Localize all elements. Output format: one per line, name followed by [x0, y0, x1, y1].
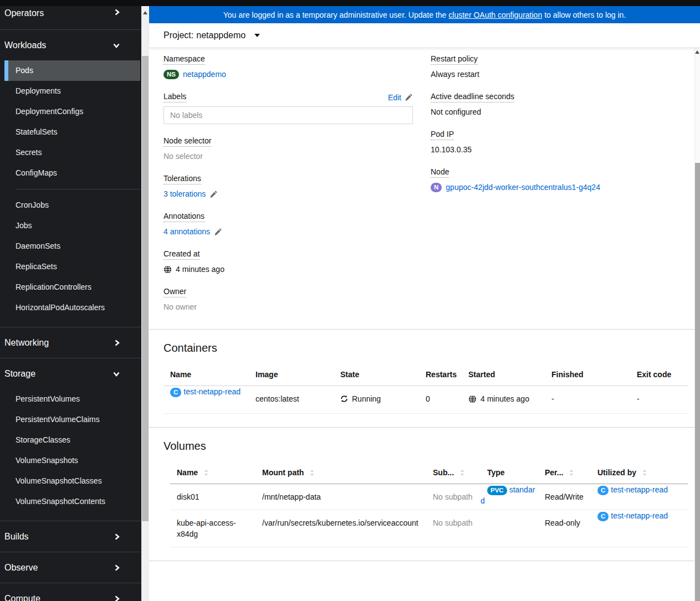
details-right-column: Restart policy Always restart Active dea… — [431, 54, 680, 325]
col-header-mount-path[interactable]: Mount path — [256, 460, 426, 484]
chevron-right-icon — [114, 564, 120, 572]
pencil-icon — [210, 190, 218, 198]
sidebar-item-persistentvolumeclaims[interactable]: PersistentVolumeClaims — [0, 409, 141, 430]
volumes-table: Name Mount path Sub... Type Per... Utili… — [170, 460, 688, 547]
detail-label: Node selector — [163, 136, 211, 147]
container-exit-code-cell: - — [630, 386, 688, 414]
volume-subpath-cell: No subpath — [426, 484, 481, 510]
sidebar-item-replicasets[interactable]: ReplicaSets — [0, 256, 141, 277]
sidebar-item-volumesnapshots[interactable]: VolumeSnapshots — [0, 450, 141, 471]
col-header-restarts: Restarts — [419, 362, 462, 386]
created-at-value: 4 minutes ago — [176, 264, 224, 275]
namespace-link[interactable]: netappdemo — [183, 69, 226, 80]
annotations-edit-link[interactable]: 4 annotations — [163, 226, 222, 237]
volume-mount-path-cell: /var/run/secrets/kubernetes.io/serviceac… — [256, 510, 426, 547]
sidebar-scrollbar-thumb[interactable] — [142, 56, 149, 521]
scrollbar-up-arrow-icon[interactable] — [143, 11, 147, 14]
scrollbar-up-arrow-icon[interactable] — [695, 50, 699, 54]
main-scrollbar-thumb[interactable] — [695, 163, 700, 601]
detail-label: Tolerations — [163, 174, 201, 184]
detail-annotations: Annotations 4 annotations — [163, 212, 413, 237]
container-badge-icon: C — [170, 388, 181, 397]
sidebar-item-cronjobs[interactable]: CronJobs — [0, 195, 141, 215]
volume-name-cell: kube-api-access-x84dg — [170, 510, 256, 547]
sidebar-item-storage[interactable]: Storage — [0, 358, 141, 389]
sidebar-group-builds: Builds — [0, 521, 141, 552]
sidebar-item-volumesnapshotcontents[interactable]: VolumeSnapshotContents — [0, 491, 141, 512]
next-section-divider — [149, 561, 694, 571]
tolerations-edit-link[interactable]: 3 tolerations — [163, 188, 218, 199]
sidebar-item-replicationcontrollers[interactable]: ReplicationControllers — [0, 277, 141, 297]
project-value: netappdemo — [196, 30, 246, 40]
sidebar-item-deploymentconfigs[interactable]: DeploymentConfigs — [0, 101, 141, 122]
sidebar-item-daemonsets[interactable]: DaemonSets — [0, 236, 141, 256]
sidebar-item-label: Networking — [4, 338, 49, 348]
detail-node-selector: Node selector No selector — [163, 136, 413, 162]
masthead-strip — [0, 0, 700, 6]
sidebar-item-networking[interactable]: Networking — [0, 327, 141, 358]
sort-arrows-icon — [642, 469, 647, 476]
detail-created-at: Created at 4 minutes ago — [163, 249, 413, 275]
col-header-volume-name[interactable]: Name — [170, 460, 256, 484]
detail-label: Node — [431, 167, 449, 178]
no-labels-text: No labels — [170, 111, 202, 120]
owner-value: No owner — [163, 301, 413, 312]
col-header-subpath[interactable]: Sub... — [426, 460, 481, 484]
namespace-badge-icon: NS — [163, 70, 179, 79]
sidebar-item-volumesnapshotclasses[interactable]: VolumeSnapshotClasses — [0, 471, 141, 491]
containers-section: Containers Name Image State Restarts Sta… — [149, 329, 694, 427]
chevron-right-icon — [114, 595, 120, 601]
sidebar-item-label: Observe — [4, 563, 38, 573]
sidebar-item-operators[interactable]: Operators — [0, 6, 141, 29]
edit-label: Edit — [388, 93, 401, 102]
sidebar-item-compute[interactable]: Compute — [0, 583, 141, 601]
utilized-by-link[interactable]: test-netapp-read — [611, 485, 668, 494]
sidebar-sublist-divider — [16, 189, 141, 189]
sidebar-item-deployments[interactable]: Deployments — [0, 81, 141, 101]
node-link[interactable]: gpupoc-42jdd-worker-southcentralus1-g4q2… — [446, 182, 600, 193]
globe-icon — [468, 395, 477, 403]
sidebar-item-configmaps[interactable]: ConfigMaps — [0, 163, 141, 183]
main-scrollbar[interactable] — [694, 48, 700, 601]
sidebar-item-pods[interactable]: Pods — [4, 60, 140, 81]
volumes-section: Volumes Name Mount path Sub... Type Per.… — [149, 427, 694, 561]
containers-table: Name Image State Restarts Started Finish… — [163, 362, 688, 414]
sidebar-item-storageclasses[interactable]: StorageClasses — [0, 430, 141, 450]
pvc-badge-icon: PVC — [487, 486, 507, 495]
chevron-right-icon — [114, 8, 120, 16]
sidebar-group-networking: Networking — [0, 327, 141, 358]
edit-labels-button[interactable]: Edit — [388, 93, 413, 102]
sort-arrows-icon — [460, 469, 464, 476]
chevron-down-icon — [113, 42, 120, 49]
sidebar-item-secrets[interactable]: Secrets — [0, 142, 141, 163]
sidebar-item-horizontalpodautoscalers[interactable]: HorizontalPodAutoscalers — [0, 297, 141, 318]
sidebar: Operators Workloads Pods Deployments Dep… — [0, 6, 141, 601]
banner-text: You are logged in as a temporary adminis… — [223, 11, 447, 19]
col-header-state: State — [334, 362, 419, 386]
sidebar-scrollbar[interactable] — [141, 6, 149, 601]
project-selector[interactable]: Project: netappdemo — [149, 23, 700, 48]
sidebar-group-storage: Storage PersistentVolumes PersistentVolu… — [0, 358, 141, 521]
node-selector-value: No selector — [163, 151, 413, 162]
container-restarts-cell: 0 — [419, 386, 462, 414]
sidebar-item-jobs[interactable]: Jobs — [0, 215, 141, 236]
details-left-column: Namespace NS netappdemo Labels Edit — [163, 54, 413, 325]
col-header-permissions[interactable]: Per... — [538, 460, 591, 484]
volumes-title: Volumes — [163, 440, 680, 453]
sidebar-item-workloads[interactable]: Workloads — [0, 30, 141, 60]
container-name-link[interactable]: test-netapp-read — [183, 387, 241, 396]
container-badge-icon: C — [597, 486, 609, 495]
detail-active-deadline: Active deadline seconds Not configured — [431, 92, 680, 117]
volume-subpath-cell: No subpath — [426, 510, 481, 547]
sidebar-item-persistentvolumes[interactable]: PersistentVolumes — [0, 389, 141, 409]
container-finished-cell: - — [545, 386, 630, 414]
chevron-right-icon — [114, 533, 120, 541]
cluster-oauth-config-link[interactable]: cluster OAuth configuration — [448, 11, 542, 19]
chevron-right-icon — [114, 339, 120, 347]
sidebar-item-builds[interactable]: Builds — [0, 521, 141, 552]
sidebar-item-statefulsets[interactable]: StatefulSets — [0, 122, 141, 142]
detail-label: Labels — [163, 92, 186, 102]
sidebar-item-observe[interactable]: Observe — [0, 552, 141, 583]
container-badge-icon: C — [597, 512, 609, 521]
utilized-by-link[interactable]: test-netapp-read — [611, 511, 668, 520]
